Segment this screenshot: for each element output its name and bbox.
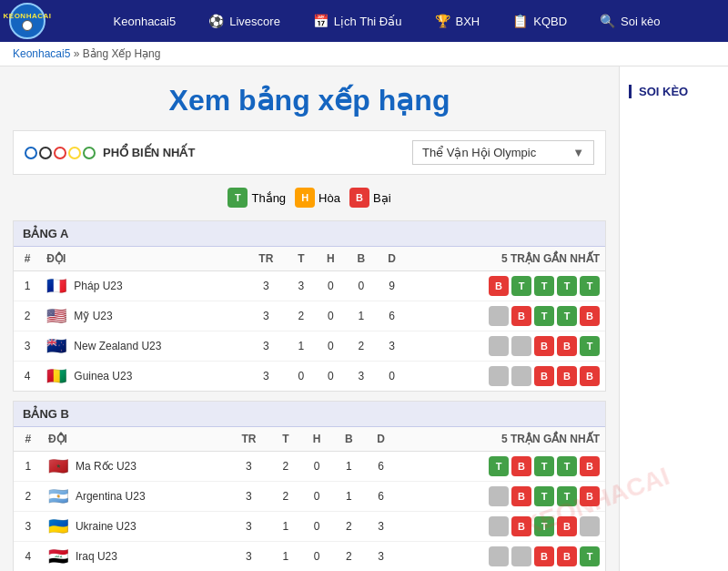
header: KEONHACAI Keonhacai5⚽Livescore📅Lịch Thi … [0,0,728,42]
team-name: Argentina U23 [76,490,146,503]
rank-cell: 4 [14,542,43,572]
group-header-1: BẢNG A [14,221,605,247]
tr-cell: 3 [228,512,271,542]
tr-cell: 3 [246,271,287,301]
tr-cell: 3 [246,301,287,331]
recent-badge [511,366,531,386]
livescore-label: Livescore [229,15,280,28]
h-cell: 0 [316,362,347,392]
recent-badge [489,366,509,386]
col-header-0: # [14,427,43,452]
recent-badge [489,486,509,506]
recent-badge: B [557,546,577,566]
col-header-5: B [333,427,365,452]
h-cell: 0 [300,542,332,572]
col-header-5: B [346,247,377,271]
recent-badge: B [534,336,554,356]
team-name: Ma Rốc U23 [76,460,136,473]
team-name-cell: 🇦🇷Argentina U23 [43,482,228,512]
h-cell: 0 [316,271,347,301]
h-cell: 0 [300,482,332,512]
recent-badge: B [557,336,577,356]
col-header-3: T [287,247,315,271]
page-title: Xem bảng xếp hạng [13,66,606,130]
nav-item-bxh[interactable]: 🏆BXH [419,0,497,42]
b-cell: 1 [333,482,365,512]
main-layout: Xem bảng xếp hạng PHỔ BIẾN NHẤT Thể Vận … [0,66,728,571]
recent-badge: B [534,546,554,566]
chevron-down-icon: ▼ [572,146,584,159]
tables-container: BẢNG A#ĐỘITRTHBD5 TRẬN GẦN NHẤT1🇫🇷Pháp U… [13,220,606,571]
table-row: 2🇺🇸Mỹ U2332016BTTB [14,301,605,331]
flag-icon: 🇬🇳 [46,366,66,386]
filter-row: PHỔ BIẾN NHẤT Thể Vận Hội Olympic ▼ [13,130,606,175]
rank-cell: 2 [14,301,41,331]
recent-badge: B [511,306,531,326]
dropdown-value: Thể Vận Hội Olympic [422,146,536,159]
nav-item-kqbd[interactable]: 📋KQBD [496,0,583,42]
recent-badge: T [534,276,554,296]
team-name: Pháp U23 [74,280,122,292]
nav-item-livescore[interactable]: ⚽Livescore [192,0,297,42]
team-name-cell: 🇬🇳Guinea U23 [41,362,245,392]
flag-icon: 🇦🇷 [48,486,68,506]
rank-cell: 3 [14,512,43,542]
col-header-2: TR [246,247,287,271]
main-nav: Keonhacai5⚽Livescore📅Lịch Thi Đấu🏆BXH📋KQ… [55,0,719,42]
table-row: 4🇮🇶Iraq U2331023BBT [14,542,605,572]
filter-label-section: PHỔ BIẾN NHẤT [25,146,401,159]
d-cell: 6 [377,301,408,331]
nav-item-keonhacai5[interactable]: Keonhacai5 [97,0,193,42]
recent-badge: T [511,276,531,296]
recent-badge: T [557,456,577,476]
recent-badge: B [580,366,600,386]
b-cell: 2 [333,542,365,572]
table-row: 1🇲🇦Ma Rốc U2332016TBTTB [14,452,605,482]
recent-badge [489,546,509,566]
logo[interactable]: KEONHACAI [9,3,46,39]
filter-dropdown[interactable]: Thể Vận Hội Olympic ▼ [412,140,594,165]
legend-item-hoa: H Hòa [295,188,340,208]
col-header-2: TR [228,427,271,452]
flag-icon: 🇲🇦 [48,456,68,476]
d-cell: 0 [377,362,408,392]
col-header-1: ĐỘI [43,427,228,452]
b-cell: 1 [333,452,365,482]
team-name-cell: 🇺🇸Mỹ U23 [41,301,245,331]
col-header-4: H [300,427,332,452]
t-cell: 0 [287,362,315,392]
t-cell: 1 [287,331,315,362]
nav-item-soi-keo[interactable]: 🔍Soi kèo [583,0,676,42]
recent-badge: B [580,486,600,506]
recent-matches-cell: BTTTT [407,271,605,301]
d-cell: 6 [365,482,397,512]
b-cell: 2 [333,512,365,542]
h-cell: 0 [316,301,347,331]
recent-badge: T [580,276,600,296]
nav-item-lich-thi-dau[interactable]: 📅Lịch Thi Đấu [297,0,419,42]
table-row: 1🇫🇷Pháp U2333009BTTTT [14,271,605,301]
recent-badge: T [534,306,554,326]
main-content: Xem bảng xếp hạng PHỔ BIẾN NHẤT Thể Vận … [0,66,619,571]
d-cell: 9 [377,271,408,301]
recent-badge [580,516,600,536]
recent-badge [489,516,509,536]
d-cell: 6 [365,452,397,482]
recent-badge: B [534,366,554,386]
rank-cell: 3 [14,331,41,362]
legend-item-thang: T Thắng [228,188,286,208]
t-cell: 2 [270,482,300,512]
logo-ball-icon [22,20,33,31]
recent-badge: B [489,276,509,296]
recent-matches-cell: BTTB [407,301,605,331]
filter-section-label: PHỔ BIẾN NHẤT [103,146,195,159]
recent-badge: B [580,306,600,326]
group-section-2: BẢNG B#ĐỘITRTHBD5 TRẬN GẦN NHẤT1🇲🇦Ma Rốc… [13,401,606,571]
breadcrumb-home[interactable]: Keonhacai5 [13,47,70,60]
recent-badge: B [511,486,531,506]
table-row: 2🇦🇷Argentina U2332016BTTB [14,482,605,512]
breadcrumb: Keonhacai5 » Bảng Xếp Hạng [0,42,728,66]
recent-badge: T [557,276,577,296]
d-cell: 3 [377,331,408,362]
col-header-6: D [377,247,408,271]
